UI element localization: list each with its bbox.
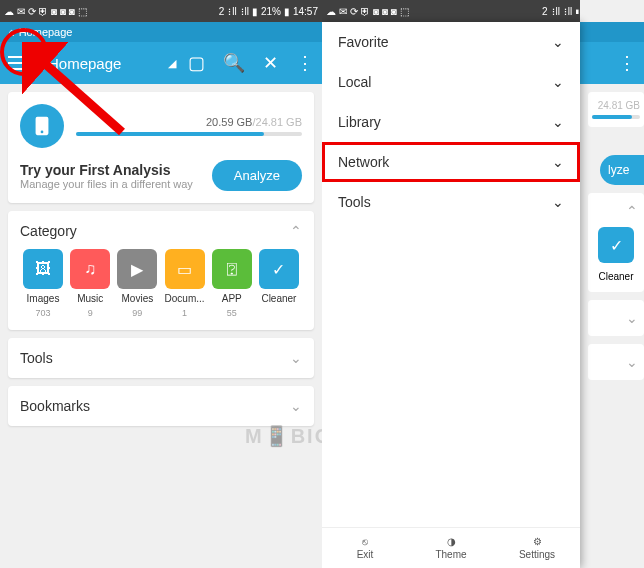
chevron-down-icon: ⌄	[552, 154, 564, 170]
drawer-item-favorite[interactable]: Favorite⌄	[322, 22, 580, 62]
chevron-down-icon: ⌄	[552, 114, 564, 130]
chevron-down-icon: ⌄	[552, 74, 564, 90]
signal-icon: ⫶ll ⫶ll	[227, 6, 249, 17]
drawer-item-library[interactable]: Library⌄	[322, 102, 580, 142]
category-cleaner[interactable]: ✓ Cleaner	[256, 249, 302, 318]
status-bar: ☁ ✉ ⟳ ⛨ ◙ ◙ ◙ ⬚ 2 ⫶ll ⫶ll ▮ 21% ▮ 14:57	[0, 0, 322, 22]
dropdown-indicator[interactable]: ◢	[168, 57, 176, 70]
analyze-peek[interactable]: lyze	[600, 155, 644, 185]
theme-icon: ◑	[447, 536, 456, 547]
navigation-drawer: Favorite⌄ Local⌄ Library⌄ Network⌄ Tools…	[322, 22, 580, 568]
exit-icon: ⎋	[362, 536, 368, 547]
storage-used: 20.59 GB	[206, 116, 252, 128]
category-app[interactable]: ⍰ APP 55	[209, 249, 255, 318]
breadcrumb[interactable]: ⌂ Homepage	[0, 22, 322, 42]
bookmarks-title: Bookmarks	[20, 398, 90, 414]
battery-icon: ▮	[252, 6, 258, 17]
status-right: 2 ⫶ll ⫶ll ▮ 21% ▮ 14:57	[219, 6, 318, 17]
category-title: Category	[20, 223, 77, 239]
status-left-icons: ☁ ✉ ⟳ ⛨ ◙ ◙ ◙ ⬚	[4, 6, 87, 17]
clock: 14:57	[293, 6, 318, 17]
bookmarks-peek[interactable]: ⌄	[588, 344, 644, 380]
category-documents[interactable]: ▭ Docum... 1	[162, 249, 208, 318]
home-icon: ⌂	[8, 26, 15, 38]
storage-peek: 24.81 GB	[588, 92, 644, 127]
tools-peek[interactable]: ⌄	[588, 300, 644, 336]
gear-icon: ⚙	[533, 536, 542, 547]
app-header: Homepage ◢ ▢ 🔍 ✕ ⋮	[0, 42, 322, 84]
tools-card[interactable]: Tools ⌄	[8, 338, 314, 378]
watermark: M📱BIGYAAN	[245, 424, 322, 448]
category-card: Category ⌃ 🖼 Images 703 ♫ Music 9 ▶ Movi…	[8, 211, 314, 330]
screen-right: ☁ ✉ ⟳ ⛨ ◙ ◙ ◙ ⬚ 2 ⫶ll ⫶ll ▮ 21% ▮ 14:57 …	[322, 0, 644, 568]
chevron-up-icon: ⌃	[626, 203, 638, 219]
breadcrumb-label: Homepage	[19, 26, 73, 38]
status-left-icons: ☁ ✉ ⟳ ⛨ ◙ ◙ ◙ ⬚	[326, 6, 409, 17]
documents-icon: ▭	[165, 249, 205, 289]
category-peek: ⌃ ✓ Cleaner	[588, 193, 644, 292]
battery-pct: 21%	[261, 6, 281, 17]
exit-button[interactable]: ⎋Exit	[322, 528, 408, 568]
analyze-button[interactable]: Analyze	[212, 160, 302, 191]
more-icon[interactable]: ⋮	[296, 52, 314, 74]
drawer-item-local[interactable]: Local⌄	[322, 62, 580, 102]
close-icon[interactable]: ✕	[263, 52, 278, 74]
menu-button[interactable]	[8, 49, 36, 77]
disk-icon[interactable]	[20, 104, 64, 148]
cleaner-icon: ✓	[259, 249, 299, 289]
screen-left: ☁ ✉ ⟳ ⛨ ◙ ◙ ◙ ⬚ 2 ⫶ll ⫶ll ▮ 21% ▮ 14:57 …	[0, 0, 322, 568]
chevron-down-icon: ⌄	[290, 350, 302, 366]
search-icon[interactable]: 🔍	[223, 52, 245, 74]
app-icon: ⍰	[212, 249, 252, 289]
tools-title: Tools	[20, 350, 53, 366]
sim-indicator: 2	[219, 6, 225, 17]
chevron-down-icon: ⌄	[552, 194, 564, 210]
music-icon: ♫	[70, 249, 110, 289]
cleaner-icon[interactable]: ✓	[598, 227, 634, 263]
theme-button[interactable]: ◑Theme	[408, 528, 494, 568]
chevron-up-icon[interactable]: ⌃	[290, 223, 302, 239]
battery-icon-2: ▮	[284, 6, 290, 17]
drawer-item-tools[interactable]: Tools⌄	[322, 182, 580, 222]
more-icon[interactable]: ⋮	[618, 52, 636, 74]
bookmarks-card[interactable]: Bookmarks ⌄	[8, 386, 314, 426]
storage-total: 24.81 GB	[256, 116, 302, 128]
chevron-down-icon: ⌄	[290, 398, 302, 414]
storage-card: 20.59 GB/24.81 GB Try your First Analysi…	[8, 92, 314, 203]
category-movies[interactable]: ▶ Movies 99	[114, 249, 160, 318]
chevron-down-icon: ⌄	[552, 34, 564, 50]
window-icon[interactable]: ▢	[188, 52, 205, 74]
category-images[interactable]: 🖼 Images 703	[20, 249, 66, 318]
drawer-item-network[interactable]: Network⌄	[322, 142, 580, 182]
analysis-subtitle: Manage your files in a different way	[20, 178, 193, 190]
settings-button[interactable]: ⚙Settings	[494, 528, 580, 568]
category-music[interactable]: ♫ Music 9	[67, 249, 113, 318]
analysis-title: Try your First Analysis	[20, 162, 193, 178]
storage-progress	[76, 132, 302, 136]
background-peek: ⋮ 24.81 GB lyze ⌃ ✓ Cleaner ⌄ ⌄	[580, 0, 644, 568]
movies-icon: ▶	[117, 249, 157, 289]
page-title[interactable]: Homepage	[48, 55, 166, 72]
images-icon: 🖼	[23, 249, 63, 289]
